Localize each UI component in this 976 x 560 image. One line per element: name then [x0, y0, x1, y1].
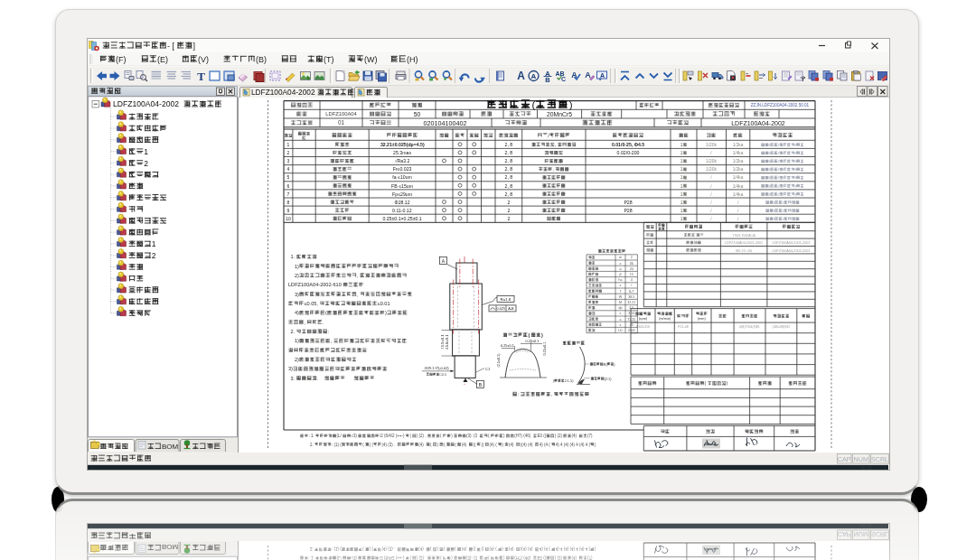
svg-text:2.: 2.: [291, 329, 296, 334]
svg-text:0.01/0-25, Φ4.5: 0.01/0-25, Φ4.5: [612, 142, 644, 147]
svg-text:(F): (F): [116, 55, 127, 64]
svg-text:25.3max: 25.3max: [393, 150, 411, 155]
svg-text:LDFZ100A04-2001-2001: LDFZ100A04-2001-2001: [725, 241, 763, 245]
svg-text:5344-316: 5344-316: [636, 325, 650, 329]
svg-text:1: 1: [680, 151, 683, 155]
svg-text:32.21: 32.21: [627, 301, 635, 304]
svg-text:1: 1: [287, 142, 290, 147]
svg-text:LD: LD: [618, 329, 623, 332]
svg-text:LDFZ100A04-2002: LDFZ100A04-2002: [251, 88, 315, 97]
svg-text:2002: 2002: [628, 329, 635, 332]
svg-text:3.: 3.: [291, 376, 296, 381]
svg-text:NUM: NUM: [854, 455, 868, 463]
svg-text:2: 2: [507, 208, 510, 213]
svg-text:16:25: 16:25: [860, 465, 872, 470]
svg-text:(4) (3) .: (4) (3) .: [382, 443, 396, 447]
svg-text:3): 3): [288, 366, 293, 371]
svg-text:C: C: [561, 76, 566, 82]
svg-text:1): 1): [295, 264, 299, 269]
svg-text:0.25±0.1: 0.25±0.1: [501, 344, 514, 348]
svg-text:4.5: 4.5: [629, 306, 633, 310]
svg-text:6: 6: [287, 183, 290, 189]
svg-text:√Ra3.2: √Ra3.2: [395, 158, 410, 163]
svg-text:5: 5: [287, 174, 290, 180]
svg-text:8: 8: [287, 200, 290, 205]
svg-text:7: 7: [620, 290, 622, 294]
svg-text:2: 2: [144, 159, 148, 168]
svg-text:E0 ((: E0 ((: [537, 434, 546, 438]
svg-text:F21-48: F21-48: [678, 325, 688, 329]
svg-text:1: 1: [680, 217, 683, 221]
svg-text:≤0.05,: ≤0.05,: [305, 301, 319, 306]
svg-text:36: 36: [630, 262, 633, 266]
svg-text:10: 10: [286, 216, 291, 221]
svg-text:W: W: [619, 295, 623, 299]
svg-text:(mm): (mm): [698, 317, 707, 321]
svg-text:1: 1: [680, 192, 683, 197]
svg-text:1/2ka: 1/2ka: [733, 159, 744, 163]
svg-text:): ): [385, 310, 387, 315]
svg-text:(E): (E): [157, 55, 168, 64]
svg-text:Fp≤29um: Fp≤29um: [392, 191, 412, 197]
svg-text:4: 4: [287, 166, 290, 172]
svg-text:(H): (H): [407, 55, 418, 64]
svg-text:P28: P28: [624, 200, 632, 205]
svg-text:0.25±0.1: 0.25±0.1: [526, 340, 540, 343]
svg-text:50: 50: [414, 111, 421, 117]
svg-text:((: ((: [473, 443, 475, 447]
svg-text:7: 7: [287, 191, 290, 197]
svg-text:(480-88)962: (480-88)962: [773, 325, 791, 329]
svg-text:Φ29.1 f7(-0.02): Φ29.1 f7(-0.02): [425, 366, 450, 370]
svg-text:m: m: [619, 256, 622, 259]
svg-text:1: 1: [680, 184, 683, 189]
svg-text:2): 2): [295, 273, 299, 278]
svg-text:,: ,: [552, 166, 553, 172]
svg-text:0.25±0.1: 0.25±0.1: [543, 342, 547, 356]
svg-text:(4) (: (4) (: [489, 443, 497, 447]
svg-text:(: (: [531, 98, 535, 110]
svg-text:2: 2: [287, 150, 290, 155]
svg-text:4: 4: [631, 278, 633, 282]
svg-text:((: ((: [481, 443, 483, 447]
svg-text:: (1) (: : (1) (: [332, 443, 342, 447]
svg-text:B: B: [545, 76, 550, 84]
svg-text:15: 15: [630, 273, 633, 276]
svg-text:0.25±0.1×0.25±0.1: 0.25±0.1×0.25±0.1: [382, 216, 421, 221]
svg-text:1/20k: 1/20k: [706, 143, 717, 147]
svg-text:1: 1: [680, 201, 683, 205]
svg-text:(2:1): (2:1): [605, 378, 613, 381]
svg-text:]: ]: [193, 42, 196, 51]
svg-text:β: β: [620, 273, 622, 276]
svg-text:z: z: [620, 323, 622, 327]
svg-text:LDFZ100A04-2002: LDFZ100A04-2002: [731, 120, 785, 126]
svg-text:1/20k: 1/20k: [706, 167, 717, 172]
svg-text:2, 8: 2, 8: [505, 191, 513, 197]
svg-text:): ): [541, 332, 543, 338]
svg-text:CAP: CAP: [838, 455, 851, 463]
svg-text:1.: 1.: [291, 254, 296, 259]
svg-text:(4): (4): [462, 443, 467, 447]
svg-text::: :: [518, 391, 520, 397]
svg-text:a: a: [620, 318, 622, 322]
svg-text:2: 2: [152, 251, 156, 260]
svg-text:LDFZ100A04-2002-610: LDFZ100A04-2002-610: [288, 282, 342, 287]
svg-text:1/4ka: 1/4ka: [733, 151, 744, 155]
svg-text:(4): (4): [572, 434, 577, 438]
svg-text:9: 9: [287, 208, 290, 213]
svg-text:SCRL: SCRL: [871, 455, 888, 463]
svg-text:(4): (4): [418, 443, 424, 447]
svg-text:≤3): ≤3): [352, 434, 358, 438]
svg-text:ZZJN.LDFZ100A04-2002.50.01: ZZJN.LDFZ100A04-2002.50.01: [751, 103, 810, 107]
svg-text:- [: - [: [167, 42, 174, 51]
svg-text:): ): [727, 380, 728, 386]
svg-text:LDFZ100A04-2001-2001: LDFZ100A04-2001-2001: [773, 241, 811, 245]
svg-text:1/4ka: 1/4ka: [733, 184, 744, 189]
svg-text:Φ28.12: Φ28.12: [395, 200, 410, 205]
svg-text:2, 8: 2, 8: [505, 158, 513, 163]
svg-text:1/2ka: 1/2ka: [733, 143, 744, 147]
svg-text:1): 1): [295, 338, 299, 343]
svg-text:01: 01: [338, 119, 345, 126]
svg-text:45: 45: [630, 323, 633, 327]
svg-text:T: T: [197, 70, 205, 83]
svg-text:(L/: (L/: [337, 434, 343, 438]
